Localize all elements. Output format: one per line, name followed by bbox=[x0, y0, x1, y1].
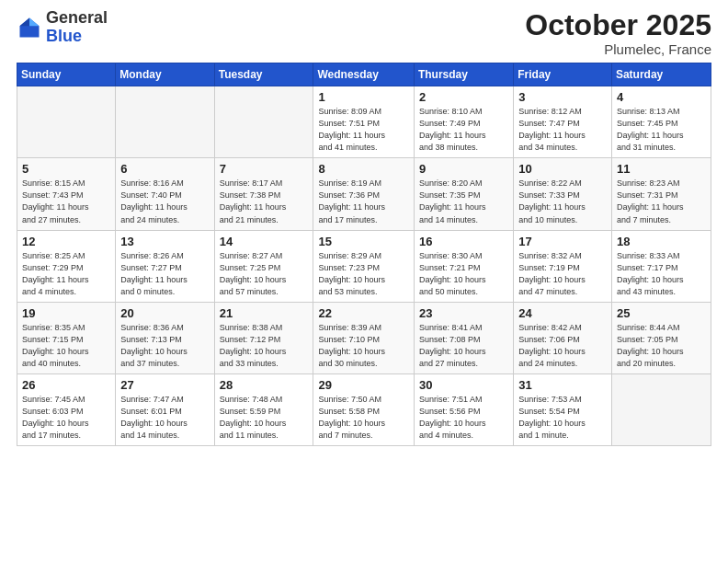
day-number: 9 bbox=[419, 162, 508, 176]
location: Plumelec, France bbox=[525, 41, 711, 57]
day-info: Sunrise: 8:38 AM Sunset: 7:12 PM Dayligh… bbox=[220, 322, 309, 370]
day-cell-3: 3Sunrise: 8:12 AM Sunset: 7:47 PM Daylig… bbox=[514, 86, 612, 158]
day-number: 15 bbox=[318, 235, 408, 248]
day-info: Sunrise: 8:13 AM Sunset: 7:45 PM Dayligh… bbox=[617, 106, 706, 154]
day-cell-7: 7Sunrise: 8:17 AM Sunset: 7:38 PM Daylig… bbox=[214, 158, 313, 230]
day-number: 17 bbox=[518, 235, 607, 248]
day-number: 2 bbox=[419, 90, 508, 104]
day-number: 23 bbox=[419, 306, 508, 320]
day-cell-16: 16Sunrise: 8:30 AM Sunset: 7:21 PM Dayli… bbox=[414, 230, 513, 302]
day-info: Sunrise: 8:10 AM Sunset: 7:49 PM Dayligh… bbox=[419, 106, 508, 154]
day-cell-8: 8Sunrise: 8:19 AM Sunset: 7:36 PM Daylig… bbox=[313, 158, 414, 230]
day-info: Sunrise: 8:19 AM Sunset: 7:36 PM Dayligh… bbox=[318, 178, 408, 225]
day-info: Sunrise: 7:47 AM Sunset: 6:01 PM Dayligh… bbox=[120, 394, 209, 442]
day-info: Sunrise: 8:20 AM Sunset: 7:35 PM Dayligh… bbox=[419, 178, 508, 225]
day-cell-22: 22Sunrise: 8:39 AM Sunset: 7:10 PM Dayli… bbox=[313, 302, 414, 373]
month-title: October 2025 bbox=[525, 9, 711, 41]
logo-blue-text: Blue bbox=[46, 27, 82, 45]
day-number: 19 bbox=[22, 306, 110, 320]
day-cell-19: 19Sunrise: 8:35 AM Sunset: 7:15 PM Dayli… bbox=[17, 302, 116, 373]
day-cell-12: 12Sunrise: 8:25 AM Sunset: 7:29 PM Dayli… bbox=[17, 230, 116, 302]
day-cell-17: 17Sunrise: 8:32 AM Sunset: 7:19 PM Dayli… bbox=[514, 230, 612, 302]
day-cell-5: 5Sunrise: 8:15 AM Sunset: 7:43 PM Daylig… bbox=[17, 158, 116, 230]
day-number: 1 bbox=[318, 90, 408, 104]
day-info: Sunrise: 8:30 AM Sunset: 7:21 PM Dayligh… bbox=[419, 250, 508, 298]
weekday-header-saturday: Saturday bbox=[611, 63, 711, 86]
day-number: 7 bbox=[220, 162, 309, 176]
day-cell-30: 30Sunrise: 7:51 AM Sunset: 5:56 PM Dayli… bbox=[414, 373, 513, 445]
day-cell-2: 2Sunrise: 8:10 AM Sunset: 7:49 PM Daylig… bbox=[414, 86, 513, 158]
title-block: October 2025 Plumelec, France bbox=[525, 9, 711, 57]
day-info: Sunrise: 8:32 AM Sunset: 7:19 PM Dayligh… bbox=[518, 250, 607, 298]
calendar: SundayMondayTuesdayWednesdayThursdayFrid… bbox=[17, 63, 711, 446]
day-info: Sunrise: 7:51 AM Sunset: 5:56 PM Dayligh… bbox=[419, 394, 508, 442]
svg-marker-1 bbox=[29, 17, 40, 26]
day-info: Sunrise: 8:33 AM Sunset: 7:17 PM Dayligh… bbox=[617, 250, 706, 298]
day-cell-1: 1Sunrise: 8:09 AM Sunset: 7:51 PM Daylig… bbox=[313, 86, 414, 158]
day-number: 10 bbox=[518, 162, 607, 176]
day-number: 8 bbox=[318, 162, 408, 176]
weekday-header-friday: Friday bbox=[514, 63, 612, 86]
day-info: Sunrise: 8:27 AM Sunset: 7:25 PM Dayligh… bbox=[220, 250, 309, 298]
day-info: Sunrise: 8:29 AM Sunset: 7:23 PM Dayligh… bbox=[318, 250, 408, 298]
day-cell-21: 21Sunrise: 8:38 AM Sunset: 7:12 PM Dayli… bbox=[214, 302, 313, 373]
day-info: Sunrise: 8:41 AM Sunset: 7:08 PM Dayligh… bbox=[419, 322, 508, 370]
day-number: 27 bbox=[120, 378, 209, 392]
day-cell-13: 13Sunrise: 8:26 AM Sunset: 7:27 PM Dayli… bbox=[116, 230, 214, 302]
day-cell-14: 14Sunrise: 8:27 AM Sunset: 7:25 PM Dayli… bbox=[214, 230, 313, 302]
weekday-header-tuesday: Tuesday bbox=[214, 63, 313, 86]
day-cell-24: 24Sunrise: 8:42 AM Sunset: 7:06 PM Dayli… bbox=[514, 302, 612, 373]
week-row-3: 12Sunrise: 8:25 AM Sunset: 7:29 PM Dayli… bbox=[17, 230, 711, 302]
logo-text: General Blue bbox=[46, 9, 108, 46]
day-cell-6: 6Sunrise: 8:16 AM Sunset: 7:40 PM Daylig… bbox=[116, 158, 214, 230]
day-number: 21 bbox=[220, 306, 309, 320]
day-cell-10: 10Sunrise: 8:22 AM Sunset: 7:33 PM Dayli… bbox=[514, 158, 612, 230]
week-row-1: 1Sunrise: 8:09 AM Sunset: 7:51 PM Daylig… bbox=[17, 86, 711, 158]
day-number: 25 bbox=[617, 306, 706, 320]
day-cell-29: 29Sunrise: 7:50 AM Sunset: 5:58 PM Dayli… bbox=[313, 373, 414, 445]
day-info: Sunrise: 8:35 AM Sunset: 7:15 PM Dayligh… bbox=[22, 322, 110, 370]
logo-general-text: General bbox=[46, 8, 108, 27]
day-info: Sunrise: 8:44 AM Sunset: 7:05 PM Dayligh… bbox=[617, 322, 706, 370]
empty-cell bbox=[611, 373, 711, 445]
day-info: Sunrise: 8:42 AM Sunset: 7:06 PM Dayligh… bbox=[518, 322, 607, 370]
day-number: 14 bbox=[220, 235, 309, 248]
day-number: 29 bbox=[318, 378, 408, 392]
week-row-4: 19Sunrise: 8:35 AM Sunset: 7:15 PM Dayli… bbox=[17, 302, 711, 373]
day-info: Sunrise: 8:25 AM Sunset: 7:29 PM Dayligh… bbox=[22, 250, 110, 298]
day-cell-15: 15Sunrise: 8:29 AM Sunset: 7:23 PM Dayli… bbox=[313, 230, 414, 302]
day-info: Sunrise: 7:50 AM Sunset: 5:58 PM Dayligh… bbox=[318, 394, 408, 442]
day-cell-27: 27Sunrise: 7:47 AM Sunset: 6:01 PM Dayli… bbox=[116, 373, 214, 445]
day-cell-9: 9Sunrise: 8:20 AM Sunset: 7:35 PM Daylig… bbox=[414, 158, 513, 230]
day-cell-28: 28Sunrise: 7:48 AM Sunset: 5:59 PM Dayli… bbox=[214, 373, 313, 445]
day-number: 4 bbox=[617, 90, 706, 104]
day-info: Sunrise: 8:16 AM Sunset: 7:40 PM Dayligh… bbox=[120, 178, 209, 225]
day-cell-11: 11Sunrise: 8:23 AM Sunset: 7:31 PM Dayli… bbox=[611, 158, 711, 230]
day-info: Sunrise: 8:36 AM Sunset: 7:13 PM Dayligh… bbox=[120, 322, 209, 370]
svg-marker-2 bbox=[20, 17, 30, 26]
day-info: Sunrise: 7:53 AM Sunset: 5:54 PM Dayligh… bbox=[518, 394, 607, 442]
day-cell-31: 31Sunrise: 7:53 AM Sunset: 5:54 PM Dayli… bbox=[514, 373, 612, 445]
weekday-header-sunday: Sunday bbox=[17, 63, 116, 86]
day-info: Sunrise: 8:39 AM Sunset: 7:10 PM Dayligh… bbox=[318, 322, 408, 370]
day-cell-26: 26Sunrise: 7:45 AM Sunset: 6:03 PM Dayli… bbox=[17, 373, 116, 445]
day-info: Sunrise: 8:22 AM Sunset: 7:33 PM Dayligh… bbox=[518, 178, 607, 225]
day-number: 5 bbox=[22, 162, 110, 176]
day-cell-18: 18Sunrise: 8:33 AM Sunset: 7:17 PM Dayli… bbox=[611, 230, 711, 302]
day-number: 18 bbox=[617, 235, 706, 248]
day-number: 13 bbox=[120, 235, 209, 248]
empty-cell bbox=[17, 86, 116, 158]
header: General Blue October 2025 Plumelec, Fran… bbox=[17, 9, 711, 57]
day-info: Sunrise: 8:23 AM Sunset: 7:31 PM Dayligh… bbox=[617, 178, 706, 225]
page: General Blue October 2025 Plumelec, Fran… bbox=[0, 0, 728, 563]
day-number: 6 bbox=[120, 162, 209, 176]
day-cell-25: 25Sunrise: 8:44 AM Sunset: 7:05 PM Dayli… bbox=[611, 302, 711, 373]
day-info: Sunrise: 7:45 AM Sunset: 6:03 PM Dayligh… bbox=[22, 394, 110, 442]
weekday-header-row: SundayMondayTuesdayWednesdayThursdayFrid… bbox=[17, 63, 711, 86]
day-number: 16 bbox=[419, 235, 508, 248]
week-row-5: 26Sunrise: 7:45 AM Sunset: 6:03 PM Dayli… bbox=[17, 373, 711, 445]
empty-cell bbox=[214, 86, 313, 158]
weekday-header-monday: Monday bbox=[116, 63, 214, 86]
day-number: 22 bbox=[318, 306, 408, 320]
day-info: Sunrise: 8:15 AM Sunset: 7:43 PM Dayligh… bbox=[22, 178, 110, 225]
